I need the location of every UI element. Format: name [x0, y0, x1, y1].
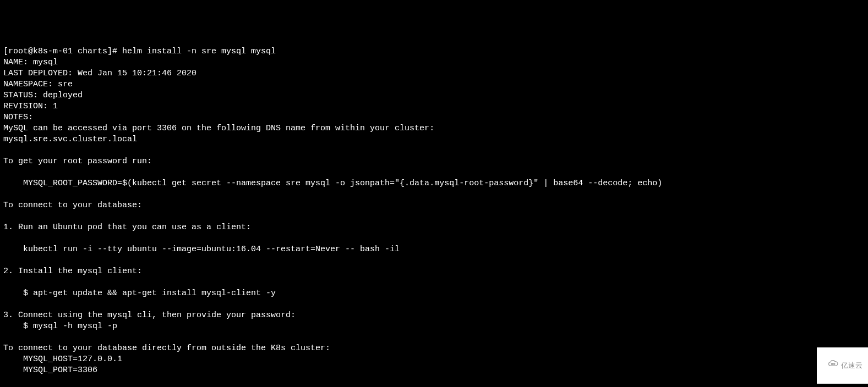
output-line-status: STATUS: deployed	[3, 91, 83, 100]
output-line-root-pw-header: To get your root password run:	[3, 157, 152, 166]
output-line-outside-header: To connect to your database directly fro…	[3, 344, 330, 353]
output-line-step1-cmd: kubectl run -i --tty ubuntu --image=ubun…	[3, 245, 400, 254]
cloud-icon	[820, 349, 839, 382]
output-line-connect-header: To connect to your database:	[3, 201, 142, 210]
watermark-badge: 亿速云	[817, 347, 868, 384]
watermark-text: 亿速云	[841, 360, 862, 371]
output-line-access-note: MySQL can be accessed via port 3306 on t…	[3, 124, 434, 133]
output-line-step2-cmd: $ apt-get update && apt-get install mysq…	[3, 289, 276, 298]
terminal-output[interactable]: [root@k8s-m-01 charts]# helm install -n …	[3, 46, 865, 387]
svg-point-1	[833, 363, 835, 365]
shell-command: helm install -n sre mysql mysql	[122, 47, 276, 56]
output-line-notes-header: NOTES:	[3, 113, 33, 122]
output-line-last-deployed: LAST DEPLOYED: Wed Jan 15 10:21:46 2020	[3, 69, 196, 78]
output-line-dns-name: mysql.sre.svc.cluster.local	[3, 135, 137, 144]
output-line-mysql-host: MYSQL_HOST=127.0.0.1	[3, 355, 122, 364]
output-line-step1: 1. Run an Ubuntu pod that you can use as…	[3, 223, 251, 232]
output-line-step3-cmd: $ mysql -h mysql -p	[3, 322, 117, 331]
output-line-namespace: NAMESPACE: sre	[3, 80, 73, 89]
output-line-name: NAME: mysql	[3, 58, 58, 67]
output-line-root-pw-cmd: MYSQL_ROOT_PASSWORD=$(kubectl get secret…	[3, 179, 662, 188]
output-line-mysql-port: MYSQL_PORT=3306	[3, 366, 97, 375]
output-line-step2: 2. Install the mysql client:	[3, 267, 142, 276]
output-line-step3: 3. Connect using the mysql cli, then pro…	[3, 311, 296, 320]
shell-prompt: [root@k8s-m-01 charts]#	[3, 47, 122, 56]
output-line-revision: REVISION: 1	[3, 102, 58, 111]
svg-point-0	[831, 363, 833, 365]
